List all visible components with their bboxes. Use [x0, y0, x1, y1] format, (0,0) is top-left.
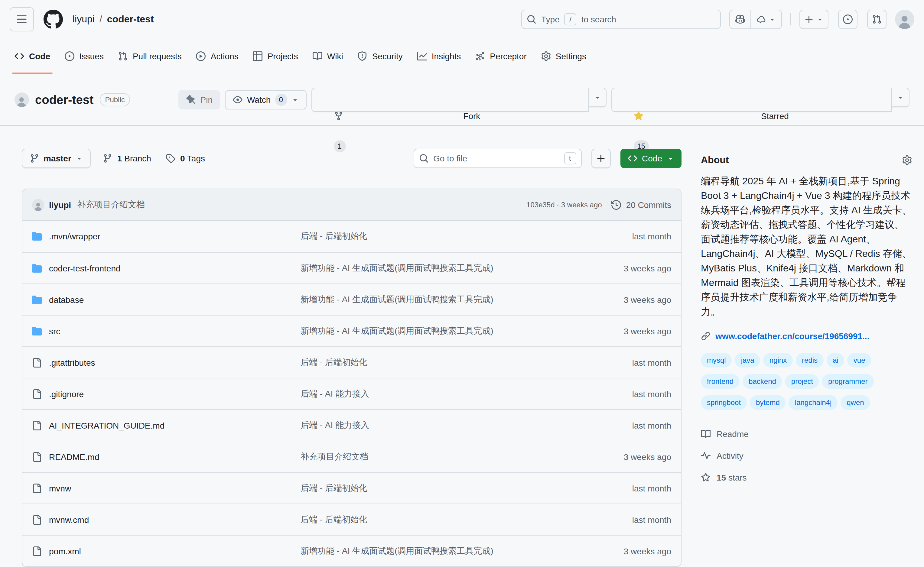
row-commit-message[interactable]: 后端 - 后端初始化 [300, 231, 543, 242]
file-name[interactable]: pom.xml [49, 546, 81, 556]
commit-meta: 103e35d · 3 weeks ago 20 Commits [526, 200, 671, 210]
tab-projects[interactable]: Projects [246, 39, 305, 74]
repo-nav: Code Issues Pull requests Actions Projec… [0, 39, 924, 74]
hamburger-menu-button[interactable] [10, 7, 34, 32]
tab-settings[interactable]: Settings [534, 39, 593, 74]
topic-pill[interactable]: springboot [701, 395, 747, 410]
pull-requests-dashboard-button[interactable] [867, 10, 886, 29]
row-commit-message[interactable]: 后端 - 后端初始化 [300, 357, 543, 368]
repo-owner-avatar[interactable] [15, 93, 29, 107]
branch-selector-button[interactable]: master [22, 149, 91, 168]
topic-pill[interactable]: ai [826, 353, 844, 368]
row-commit-message[interactable]: 补充项目介绍文档 [300, 451, 543, 462]
file-name[interactable]: database [49, 295, 84, 304]
row-commit-message[interactable]: 后端 - AI 能力接入 [300, 388, 543, 399]
person-icon [897, 14, 912, 29]
tab-label: Pull requests [133, 51, 182, 61]
tab-code[interactable]: Code [7, 39, 57, 74]
commit-sha-time[interactable]: 103e35d · 3 weeks ago [526, 200, 602, 209]
row-commit-message[interactable]: 新增功能 - AI 生成面试题(调用面试鸭搜索工具完成) [300, 294, 543, 305]
topic-pill[interactable]: project [785, 374, 819, 388]
repo-name[interactable]: coder-test [35, 93, 93, 107]
topic-pill[interactable]: vue [847, 353, 871, 368]
file-name[interactable]: .mvn/wrapper [49, 231, 101, 241]
star-dropdown-button[interactable] [891, 88, 909, 107]
file-name[interactable]: coder-test-frontend [49, 263, 121, 273]
watch-label: Watch [247, 95, 270, 105]
topic-pill[interactable]: programmer [822, 374, 874, 388]
table-row[interactable]: pom.xml 新增功能 - AI 生成面试题(调用面试鸭搜索工具完成) 3 w… [23, 535, 681, 566]
github-logo-icon[interactable] [44, 10, 63, 29]
commit-author-avatar[interactable] [32, 199, 44, 211]
tab-wiki[interactable]: Wiki [305, 39, 350, 74]
tab-insights[interactable]: Insights [410, 39, 468, 74]
table-row[interactable]: .mvn/wrapper 后端 - 后端初始化 last month [23, 220, 681, 252]
topic-pill[interactable]: qwen [841, 395, 870, 410]
file-name[interactable]: mvnw [49, 483, 71, 493]
repo-website-link[interactable]: www.codefather.cn/course/19656991... [715, 331, 869, 341]
tab-issues[interactable]: Issues [57, 39, 111, 74]
table-row[interactable]: .gitattributes 后端 - 后端初始化 last month [23, 346, 681, 378]
row-commit-message[interactable]: 新增功能 - AI 生成面试题(调用面试鸭搜索工具完成) [300, 546, 543, 556]
readme-link[interactable]: Readme [701, 429, 912, 439]
watch-button[interactable]: Watch0 [225, 90, 306, 110]
copilot-button[interactable] [730, 10, 750, 28]
activity-link[interactable]: Activity [701, 451, 912, 460]
topic-pill[interactable]: frontend [701, 374, 739, 388]
latest-commit-message[interactable]: 补充项目介绍文档 [77, 199, 145, 210]
create-new-button[interactable] [799, 10, 828, 29]
breadcrumb-owner[interactable]: liyupi [72, 14, 95, 25]
topic-pill[interactable]: bytemd [750, 395, 786, 410]
breadcrumb-repo[interactable]: coder-test [107, 14, 154, 25]
file-name[interactable]: .gitignore [49, 389, 84, 399]
latest-commit-bar: liyupi 补充项目介绍文档 103e35d · 3 weeks ago 20… [23, 189, 681, 220]
fork-button[interactable]: Fork1 [311, 88, 589, 112]
file-icon [32, 452, 42, 462]
commit-author[interactable]: liyupi [49, 200, 71, 210]
row-commit-message[interactable]: 新增功能 - AI 生成面试题(调用面试鸭搜索工具完成) [300, 326, 543, 336]
file-name[interactable]: AI_INTEGRATION_GUIDE.md [49, 420, 164, 430]
fork-dropdown-button[interactable] [588, 88, 606, 107]
table-row[interactable]: database 新增功能 - AI 生成面试题(调用面试鸭搜索工具完成) 3 … [23, 284, 681, 315]
file-name[interactable]: README.md [49, 452, 99, 462]
go-to-file-input[interactable]: Go to file t [413, 149, 581, 168]
code-dropdown-button[interactable]: Code [620, 149, 682, 168]
table-row[interactable]: mvnw 后端 - 后端初始化 last month [23, 472, 681, 504]
table-row[interactable]: .gitignore 后端 - AI 能力接入 last month [23, 378, 681, 409]
stars-link[interactable]: 15 stars [701, 473, 912, 482]
topic-pill[interactable]: mysql [701, 353, 732, 368]
table-row[interactable]: src 新增功能 - AI 生成面试题(调用面试鸭搜索工具完成) 3 weeks… [23, 315, 681, 346]
topic-pill[interactable]: backend [742, 374, 782, 388]
add-file-button[interactable] [591, 149, 610, 168]
file-name[interactable]: .gitattributes [49, 357, 95, 367]
tab-pull-requests[interactable]: Pull requests [111, 39, 189, 74]
pin-button[interactable]: Pin [179, 90, 221, 110]
table-row[interactable]: mvnw.cmd 后端 - 后端初始化 last month [23, 504, 681, 535]
table-row[interactable]: coder-test-frontend 新增功能 - AI 生成面试题(调用面试… [23, 252, 681, 284]
tab-security[interactable]: Security [350, 39, 410, 74]
topic-pill[interactable]: java [735, 353, 760, 368]
user-avatar[interactable] [895, 10, 914, 29]
table-row[interactable]: AI_INTEGRATION_GUIDE.md 后端 - AI 能力接入 las… [23, 409, 681, 441]
topic-pill[interactable]: redis [796, 353, 823, 368]
search-input[interactable]: Type / to search [521, 10, 721, 29]
row-commit-message[interactable]: 后端 - AI 能力接入 [300, 420, 543, 431]
table-row[interactable]: README.md 补充项目介绍文档 3 weeks ago [23, 441, 681, 472]
commit-history-link[interactable]: 20 Commits [611, 200, 671, 210]
issues-dashboard-button[interactable] [838, 10, 858, 29]
tags-link[interactable]: 0 Tags [166, 153, 205, 163]
starred-button[interactable]: Starred15 [611, 88, 892, 112]
tab-actions[interactable]: Actions [189, 39, 246, 74]
row-commit-message[interactable]: 后端 - 后端初始化 [300, 514, 543, 525]
copilot-chat-button[interactable] [750, 10, 781, 28]
row-commit-message[interactable]: 新增功能 - AI 生成面试题(调用面试鸭搜索工具完成) [300, 262, 543, 273]
row-commit-message[interactable]: 后端 - 后端初始化 [300, 483, 543, 494]
row-commit-time: last month [543, 231, 671, 241]
file-name[interactable]: mvnw.cmd [49, 515, 89, 524]
edit-repo-details-button[interactable] [902, 155, 912, 165]
topic-pill[interactable]: nginx [763, 353, 793, 368]
branches-link[interactable]: 1 Branch [103, 153, 151, 163]
topic-pill[interactable]: langchain4j [789, 395, 837, 410]
file-name[interactable]: src [49, 326, 60, 336]
tab-perceptor[interactable]: Perceptor [468, 39, 534, 74]
